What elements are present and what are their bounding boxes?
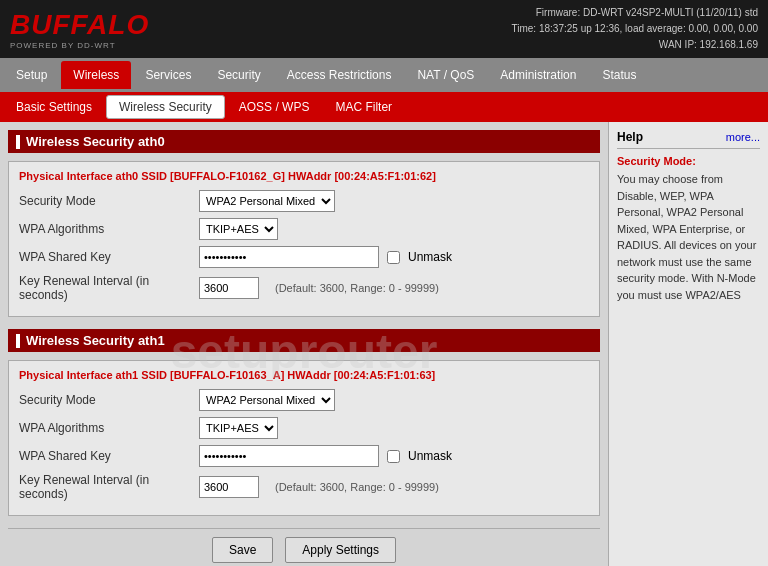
unmask-label-ath0: Unmask	[408, 250, 452, 264]
wpa-key-input-ath1[interactable]	[199, 445, 379, 467]
interface-title-ath1: Physical Interface ath1 SSID [BUFFALO-F1…	[19, 369, 589, 381]
security-mode-control-ath1: WPA2 Personal Mixed Disabled WEP WPA Per…	[199, 389, 335, 411]
header: BUFFALO POWERED BY DD-WRT Firmware: DD-W…	[0, 0, 768, 58]
nav-wireless[interactable]: Wireless	[61, 61, 131, 89]
main-layout: setuprouter Wireless Security ath0 Physi…	[0, 122, 768, 566]
renewal-input-ath0[interactable]	[199, 277, 259, 299]
wpa-algo-row-ath1: WPA Algorithms TKIP+AES TKIP AES	[19, 417, 589, 439]
wan-ip-info: WAN IP: 192.168.1.69	[512, 37, 758, 53]
wpa-key-label-ath1: WPA Shared Key	[19, 449, 199, 463]
header-info: Firmware: DD-WRT v24SP2-MULTI (11/20/11)…	[512, 5, 758, 53]
help-text: You may choose from Disable, WEP, WPA Pe…	[617, 171, 760, 303]
wpa-key-row-ath1: WPA Shared Key Unmask	[19, 445, 589, 467]
security-mode-select-ath1[interactable]: WPA2 Personal Mixed Disabled WEP WPA Per…	[199, 389, 335, 411]
wpa-algo-select-ath1[interactable]: TKIP+AES TKIP AES	[199, 417, 278, 439]
nav-administration[interactable]: Administration	[488, 61, 588, 89]
security-mode-control-ath0: WPA2 Personal Mixed Disabled WEP WPA Per…	[199, 190, 335, 212]
help-header: Help more...	[617, 130, 760, 149]
interface-box-ath1: Physical Interface ath1 SSID [BUFFALO-F1…	[8, 360, 600, 516]
wpa-algo-label-ath1: WPA Algorithms	[19, 421, 199, 435]
time-info: Time: 18:37:25 up 12:36, load average: 0…	[512, 21, 758, 37]
content-area: setuprouter Wireless Security ath0 Physi…	[0, 122, 608, 566]
security-mode-row-ath0: Security Mode WPA2 Personal Mixed Disabl…	[19, 190, 589, 212]
renewal-row-ath0: Key Renewal Interval (in seconds) (Defau…	[19, 274, 589, 302]
logo-area: BUFFALO POWERED BY DD-WRT	[10, 9, 149, 50]
nav-status[interactable]: Status	[590, 61, 648, 89]
firmware-info: Firmware: DD-WRT v24SP2-MULTI (11/20/11)…	[512, 5, 758, 21]
security-mode-label-ath0: Security Mode	[19, 194, 199, 208]
wpa-key-control-ath1: Unmask	[199, 445, 452, 467]
security-mode-label-ath1: Security Mode	[19, 393, 199, 407]
nav-setup[interactable]: Setup	[4, 61, 59, 89]
wpa-key-input-ath0[interactable]	[199, 246, 379, 268]
sub-nav-basic-settings[interactable]: Basic Settings	[4, 95, 104, 119]
renewal-hint-ath1: (Default: 3600, Range: 0 - 99999)	[275, 481, 439, 493]
logo: BUFFALO	[10, 9, 149, 41]
renewal-label-ath1: Key Renewal Interval (in seconds)	[19, 473, 199, 501]
help-title: Help	[617, 130, 643, 144]
sub-nav-mac-filter[interactable]: MAC Filter	[323, 95, 404, 119]
wpa-algo-control-ath1: TKIP+AES TKIP AES	[199, 417, 278, 439]
wpa-key-control-ath0: Unmask	[199, 246, 452, 268]
nav-nat-qos[interactable]: NAT / QoS	[405, 61, 486, 89]
logo-sub: POWERED BY DD-WRT	[10, 41, 149, 50]
help-section-title: Security Mode:	[617, 155, 760, 167]
renewal-control-ath1: (Default: 3600, Range: 0 - 99999)	[199, 476, 439, 498]
sub-nav: Basic Settings Wireless Security AOSS / …	[0, 92, 768, 122]
unmask-checkbox-ath1[interactable]	[387, 450, 400, 463]
save-button[interactable]: Save	[212, 537, 273, 563]
security-mode-row-ath1: Security Mode WPA2 Personal Mixed Disabl…	[19, 389, 589, 411]
section-header-ath0: Wireless Security ath0	[8, 130, 600, 153]
renewal-label-ath0: Key Renewal Interval (in seconds)	[19, 274, 199, 302]
nav-services[interactable]: Services	[133, 61, 203, 89]
sub-nav-wireless-security[interactable]: Wireless Security	[106, 95, 225, 119]
apply-button[interactable]: Apply Settings	[285, 537, 396, 563]
wpa-algo-label-ath0: WPA Algorithms	[19, 222, 199, 236]
security-mode-select-ath0[interactable]: WPA2 Personal Mixed Disabled WEP WPA Per…	[199, 190, 335, 212]
unmask-checkbox-ath0[interactable]	[387, 251, 400, 264]
renewal-control-ath0: (Default: 3600, Range: 0 - 99999)	[199, 277, 439, 299]
button-bar: Save Apply Settings	[8, 528, 600, 566]
wpa-key-label-ath0: WPA Shared Key	[19, 250, 199, 264]
nav-access-restrictions[interactable]: Access Restrictions	[275, 61, 404, 89]
section-header-ath1: Wireless Security ath1	[8, 329, 600, 352]
nav-security[interactable]: Security	[205, 61, 272, 89]
wpa-algo-select-ath0[interactable]: TKIP+AES TKIP AES	[199, 218, 278, 240]
nav-bar: Setup Wireless Services Security Access …	[0, 58, 768, 92]
renewal-input-ath1[interactable]	[199, 476, 259, 498]
wpa-key-row-ath0: WPA Shared Key Unmask	[19, 246, 589, 268]
renewal-row-ath1: Key Renewal Interval (in seconds) (Defau…	[19, 473, 589, 501]
help-more-link[interactable]: more...	[726, 131, 760, 143]
wpa-algo-control-ath0: TKIP+AES TKIP AES	[199, 218, 278, 240]
interface-box-ath0: Physical Interface ath0 SSID [BUFFALO-F1…	[8, 161, 600, 317]
wpa-algo-row-ath0: WPA Algorithms TKIP+AES TKIP AES	[19, 218, 589, 240]
interface-title-ath0: Physical Interface ath0 SSID [BUFFALO-F1…	[19, 170, 589, 182]
sub-nav-aoss-wps[interactable]: AOSS / WPS	[227, 95, 322, 119]
unmask-label-ath1: Unmask	[408, 449, 452, 463]
renewal-hint-ath0: (Default: 3600, Range: 0 - 99999)	[275, 282, 439, 294]
content-inner: setuprouter Wireless Security ath0 Physi…	[8, 130, 600, 566]
help-panel: Help more... Security Mode: You may choo…	[608, 122, 768, 566]
